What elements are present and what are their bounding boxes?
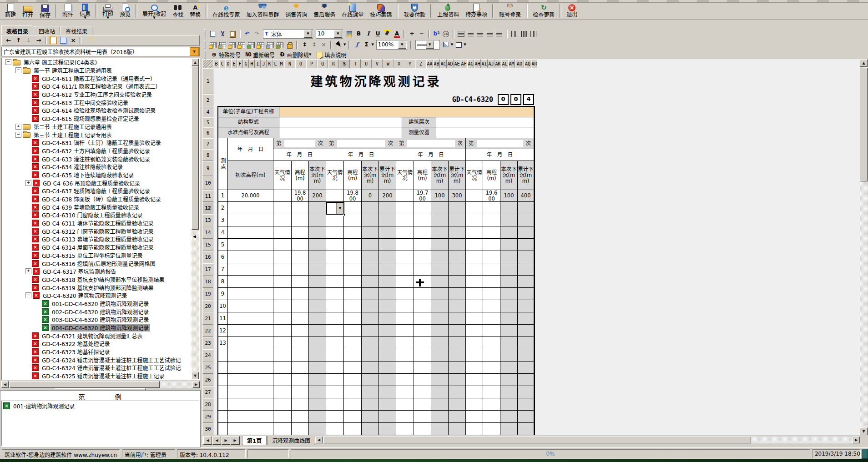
data-cell[interactable] xyxy=(309,374,326,386)
data-cell[interactable] xyxy=(500,423,518,435)
tree-item[interactable]: ×GD-C4-637 轻质隔墙隐蔽工程质量验收记录 xyxy=(2,187,191,195)
data-cell[interactable] xyxy=(292,398,309,411)
fill-color-icon[interactable] xyxy=(442,41,450,49)
data-cell[interactable] xyxy=(483,386,500,398)
decrease-font-button[interactable] xyxy=(417,30,426,38)
data-cell[interactable] xyxy=(309,325,326,337)
column-header-Z[interactable]: Z xyxy=(415,59,426,68)
tree-scroll-down-button[interactable]: ▼ xyxy=(192,372,199,379)
nav-up-icon[interactable]: ↑ xyxy=(14,36,24,45)
data-cell[interactable] xyxy=(326,337,344,349)
initial-elevation-cell[interactable] xyxy=(228,276,273,288)
align-right-icon[interactable] xyxy=(485,30,494,38)
row-header-21[interactable]: 21 xyxy=(202,312,213,325)
format-painter-icon[interactable] xyxy=(345,30,353,38)
data-cell[interactable] xyxy=(396,276,414,288)
delete-col-icon[interactable] xyxy=(247,41,256,49)
first-sheet-button[interactable]: ◀ xyxy=(202,436,212,445)
data-cell[interactable] xyxy=(292,288,309,300)
point-cell[interactable]: 8 xyxy=(218,276,228,288)
column-header-AB[interactable]: AB xyxy=(433,59,440,68)
table-select-icon[interactable] xyxy=(218,41,227,49)
paste-icon[interactable] xyxy=(228,30,237,38)
tree-item[interactable]: ×GD-C4-6311 墙体节能隐蔽工程质量验收记录 xyxy=(2,219,191,227)
data-cell[interactable]: 19.8 00 xyxy=(292,190,309,202)
data-cell[interactable] xyxy=(449,288,466,300)
data-cell[interactable] xyxy=(500,362,518,374)
column-header-AA[interactable]: AA xyxy=(426,59,433,68)
data-cell[interactable] xyxy=(449,251,466,263)
column-header-Q[interactable]: Q xyxy=(317,59,328,68)
data-cell[interactable] xyxy=(309,202,326,214)
data-cell[interactable] xyxy=(518,386,534,398)
unit-project-name-cell[interactable] xyxy=(279,106,534,117)
info-label[interactable]: 建筑层次 xyxy=(402,117,436,127)
tree-item[interactable]: ×001-GD-C4-6320 建筑物沉降观测记录 xyxy=(2,300,191,308)
data-cell[interactable] xyxy=(431,300,449,312)
data-cell[interactable] xyxy=(379,423,396,435)
column-header-AK[interactable]: AK xyxy=(495,59,501,68)
data-cell[interactable] xyxy=(309,337,326,349)
data-cell[interactable] xyxy=(518,263,534,276)
tree-item[interactable]: ×GD-C4-631 锚杆（土钉）隐蔽工程质量验收记录 xyxy=(2,139,191,147)
column-header-AQ[interactable]: AQ xyxy=(524,59,531,68)
tree-expander-plus-icon[interactable]: + xyxy=(15,124,21,130)
initial-elevation-header[interactable]: 初次高程(m) xyxy=(228,161,273,190)
expand-collapse-button[interactable]: 展开/收起▼ xyxy=(139,3,169,20)
column-header-AM[interactable]: AM xyxy=(508,59,515,68)
data-cell[interactable] xyxy=(466,312,483,325)
point-cell[interactable]: 13 xyxy=(218,337,228,349)
data-cell[interactable] xyxy=(431,276,449,288)
data-cell[interactable] xyxy=(449,300,466,312)
data-cell[interactable] xyxy=(431,202,449,214)
tree-scroll-up-button[interactable]: ▲ xyxy=(192,59,199,66)
data-cell[interactable] xyxy=(396,251,414,263)
exit-button[interactable]: 退出 xyxy=(563,3,580,20)
data-cell[interactable] xyxy=(431,386,449,398)
tree-item[interactable]: ×GD-C4-612 专业工种/工序之间交接验收记录 xyxy=(2,90,191,99)
data-cell[interactable] xyxy=(379,226,396,239)
catalog-select[interactable]: 广东省建筑工程竣工验收技术资料统一用表（2016版） ▼ xyxy=(1,47,200,56)
data-cell[interactable] xyxy=(273,349,292,362)
italic-button[interactable] xyxy=(364,30,373,38)
data-cell[interactable] xyxy=(466,325,483,337)
column-header-AO[interactable]: AO xyxy=(515,59,524,68)
data-cell[interactable] xyxy=(414,423,431,435)
data-cell[interactable] xyxy=(396,263,414,276)
point-cell[interactable] xyxy=(218,374,228,386)
initial-elevation-cell[interactable] xyxy=(228,325,273,337)
column-header-AE[interactable]: AE xyxy=(454,59,460,68)
print-button[interactable]: 打印▼ xyxy=(99,3,116,20)
nav-left-icon[interactable]: ← xyxy=(4,36,14,45)
tree-item[interactable]: ×GD-C4-6325 锤击沉管混凝土灌注桩工程施工记录 xyxy=(2,372,191,380)
toolbar-grip[interactable] xyxy=(204,29,206,38)
redo-icon[interactable] xyxy=(252,30,261,38)
data-cell[interactable] xyxy=(431,312,449,325)
dropdown-arrow-icon[interactable]: ▼ xyxy=(334,30,342,38)
data-cell[interactable] xyxy=(362,398,379,411)
data-cell[interactable]: 19.7 00 xyxy=(414,190,431,202)
tree-item[interactable]: −第一节 建筑工程施工记录通用表 xyxy=(2,66,191,75)
data-cell[interactable] xyxy=(431,239,449,251)
data-cell[interactable] xyxy=(500,312,518,325)
initial-elevation-cell[interactable] xyxy=(228,423,273,435)
linespace-dec-icon[interactable] xyxy=(310,41,318,49)
border-box-icon[interactable] xyxy=(454,41,463,49)
underline-button[interactable] xyxy=(373,30,382,38)
data-cell[interactable] xyxy=(344,214,362,226)
data-cell[interactable] xyxy=(500,398,518,411)
data-cell[interactable] xyxy=(309,239,326,251)
join-group-button[interactable]: 加入资料员群 xyxy=(243,3,282,20)
data-cell[interactable] xyxy=(362,423,379,435)
selected-cell-value[interactable] xyxy=(327,203,336,214)
sub-date-header[interactable]: 年 月 日 xyxy=(396,149,466,161)
insert-col-icon[interactable] xyxy=(237,41,246,49)
tree-expander-minus-icon[interactable]: − xyxy=(5,59,11,65)
data-cell[interactable] xyxy=(344,398,362,411)
data-cell[interactable]: 300 xyxy=(449,190,466,202)
prev-sheet-button[interactable]: ◀ xyxy=(212,436,221,445)
dropdown-arrow-icon[interactable]: ▼ xyxy=(451,43,453,46)
data-cell[interactable] xyxy=(414,325,431,337)
row-header-10[interactable]: 10 xyxy=(202,176,213,190)
data-cell[interactable] xyxy=(273,214,292,226)
